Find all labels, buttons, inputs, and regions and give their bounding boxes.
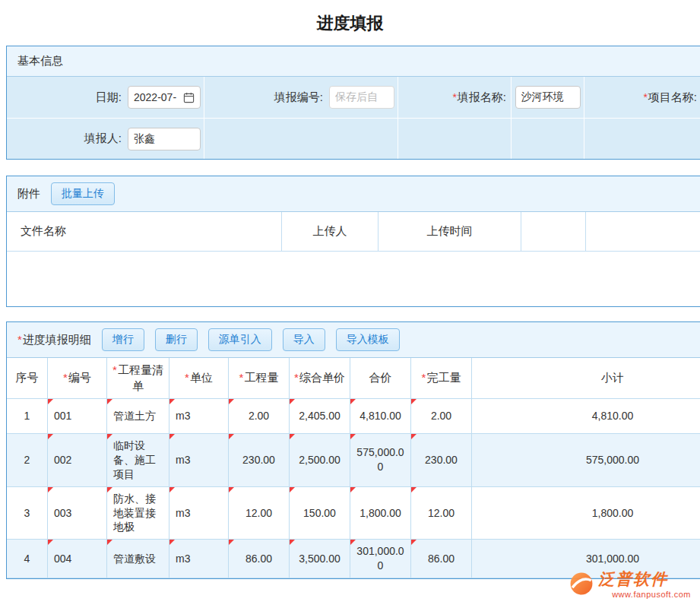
cell-item[interactable]: 临时设备、施工项目 — [107, 434, 169, 487]
cell-seq: 3 — [7, 487, 48, 540]
cell-seq: 2 — [7, 434, 48, 487]
date-field-cell: 日期: 2022-07- — [7, 77, 204, 118]
date-label: 日期: — [96, 90, 122, 105]
fanpu-logo-icon — [569, 571, 594, 597]
cell-item[interactable]: 防水、接地装置接地极 — [107, 487, 169, 540]
report-no-field-cell: 填报编号: — [204, 77, 398, 118]
required-mark: * — [643, 91, 647, 103]
basic-info-row-2: 填报人: — [7, 118, 700, 159]
cell-subtotal: 4,810.00 — [472, 399, 700, 434]
cell-price[interactable]: 3,500.00 — [290, 540, 350, 578]
cell-item[interactable]: 管道敷设 — [107, 540, 169, 578]
watermark: 泛普软件 www.fanpusoft.com — [569, 568, 691, 599]
project-name-label-cell: * 项目名称: — [584, 77, 700, 118]
detail-row: 3 003 防水、接地装置接地极 m3 12.00 150.00 1,800.0… — [7, 487, 700, 540]
details-header: *进度填报明细 增行 删行 源单引入 导入 导入模板 — [7, 322, 700, 358]
import-template-button[interactable]: 导入模板 — [336, 328, 400, 351]
filler-field-cell: 填报人: — [7, 119, 204, 159]
basic-info-section: 基本信息 日期: 2022-07- 填报编号: * 填报名称: — [6, 46, 700, 160]
cell-qty[interactable]: 12.00 — [229, 487, 290, 540]
required-mark: * — [239, 371, 244, 384]
watermark-url: www.fanpusoft.com — [612, 590, 691, 599]
col-qty: *工程量 — [229, 358, 290, 399]
required-mark: * — [185, 371, 189, 384]
cell-price[interactable]: 2,500.00 — [290, 434, 350, 487]
attachments-header: 附件 批量上传 — [7, 176, 700, 212]
empty-cell — [204, 119, 398, 159]
empty-cell — [512, 119, 584, 159]
cell-price[interactable]: 150.00 — [290, 487, 350, 540]
col-empty — [586, 212, 700, 251]
cell-qty[interactable]: 86.00 — [229, 540, 290, 578]
cell-price[interactable]: 2,405.00 — [290, 399, 350, 434]
report-no-input[interactable] — [329, 86, 394, 109]
cell-total: 301,000.00 — [350, 540, 411, 578]
required-mark: * — [17, 333, 22, 346]
cell-seq: 1 — [7, 399, 48, 434]
required-mark: * — [422, 371, 426, 384]
cell-qty[interactable]: 230.00 — [229, 434, 290, 487]
cell-subtotal: 575,000.00 — [472, 434, 700, 487]
empty-cell — [398, 119, 512, 159]
col-file-name: 文件名称 — [7, 212, 282, 251]
col-unit: *单位 — [169, 358, 229, 399]
details-table-header: 序号 *编号 *工程量清单 *单位 *工程量 *综合单价 合价 *完工量 小计 — [7, 358, 700, 399]
cell-code[interactable]: 003 — [48, 487, 107, 540]
cell-code[interactable]: 004 — [48, 540, 107, 578]
add-row-button[interactable]: 增行 — [102, 328, 144, 351]
import-button[interactable]: 导入 — [283, 328, 325, 351]
details-section: *进度填报明细 增行 删行 源单引入 导入 导入模板 序号 *编号 *工程量清单… — [6, 321, 700, 579]
required-mark: * — [63, 371, 68, 384]
filler-input[interactable] — [128, 128, 201, 150]
col-uploader: 上传人 — [282, 212, 379, 251]
cell-code[interactable]: 001 — [48, 399, 107, 434]
cell-unit[interactable]: m3 — [169, 540, 229, 578]
col-item: *工程量清单 — [107, 358, 169, 399]
basic-info-row-1: 日期: 2022-07- 填报编号: * 填报名称: * 项目名 — [7, 77, 700, 118]
attachments-title: 附件 — [17, 187, 40, 201]
report-name-label-cell: * 填报名称: — [398, 77, 512, 118]
watermark-brand: 泛普软件 — [598, 568, 668, 590]
cell-qty[interactable]: 2.00 — [229, 399, 290, 434]
date-value: 2022-07- — [134, 91, 176, 103]
detail-row: 2 002 临时设备、施工项目 m3 230.00 2,500.00 575,0… — [7, 434, 700, 487]
cell-total: 4,810.00 — [350, 399, 411, 434]
col-subtotal: 小计 — [472, 358, 700, 399]
cell-subtotal: 1,800.00 — [472, 487, 700, 540]
project-name-label: 项目名称: — [648, 90, 697, 105]
cell-done[interactable]: 2.00 — [411, 399, 472, 434]
delete-row-button[interactable]: 删行 — [155, 328, 198, 351]
details-title: *进度填报明细 — [17, 333, 91, 347]
basic-info-title: 基本信息 — [17, 54, 63, 68]
cell-total: 575,000.00 — [350, 434, 411, 487]
col-price: *综合单价 — [290, 358, 350, 399]
col-upload-time: 上传时间 — [379, 212, 521, 251]
batch-upload-button[interactable]: 批量上传 — [51, 182, 115, 205]
col-total: 合价 — [350, 358, 411, 399]
attachments-empty-body — [7, 252, 700, 306]
required-mark: * — [294, 371, 299, 384]
report-name-input[interactable] — [515, 86, 581, 109]
basic-info-header: 基本信息 — [7, 46, 700, 77]
cell-done[interactable]: 12.00 — [411, 487, 472, 540]
source-import-button[interactable]: 源单引入 — [208, 328, 272, 351]
cell-done[interactable]: 86.00 — [411, 540, 472, 578]
date-input[interactable]: 2022-07- — [128, 86, 201, 109]
cell-unit[interactable]: m3 — [169, 399, 229, 434]
col-done: *完工量 — [411, 358, 472, 399]
attachments-section: 附件 批量上传 文件名称 上传人 上传时间 — [6, 176, 700, 307]
cell-code[interactable]: 002 — [48, 434, 107, 487]
cell-done[interactable]: 230.00 — [411, 434, 472, 487]
cell-unit[interactable]: m3 — [169, 487, 229, 540]
report-name-input-cell — [512, 77, 584, 118]
col-empty — [521, 212, 586, 251]
cell-total: 1,800.00 — [350, 487, 411, 540]
empty-cell — [584, 119, 700, 159]
cell-item[interactable]: 管道土方 — [107, 399, 169, 434]
attachments-table-header: 文件名称 上传人 上传时间 — [7, 212, 700, 252]
filler-label: 填报人: — [84, 131, 122, 146]
col-code: *编号 — [48, 358, 107, 399]
cell-unit[interactable]: m3 — [169, 434, 229, 487]
report-name-label: 填报名称: — [458, 90, 506, 105]
calendar-icon[interactable] — [183, 92, 195, 103]
